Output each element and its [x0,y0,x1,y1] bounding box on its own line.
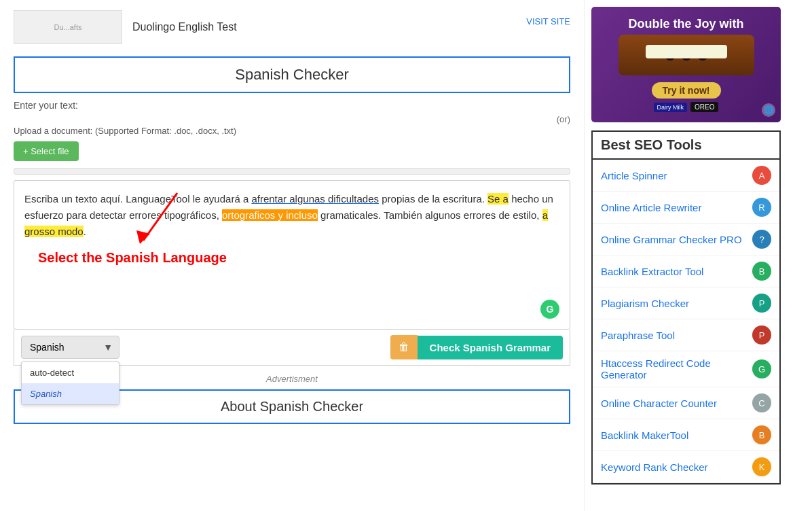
editor-highlight-1: afrentar algunas dificultades [251,193,379,205]
seo-tool-label-9: Keyword Rank Checker [601,461,708,473]
seo-tool-icon-2: ? [752,230,771,249]
best-seo-title: Best SEO Tools [593,132,779,160]
seo-tool-label-4: Plagiarism Checker [601,298,689,309]
seo-tool-item-0[interactable]: Article SpinnerA [593,160,779,192]
select-language-annotation: Select the Spanish Language [38,250,559,266]
seo-tool-item-1[interactable]: Online Article RewriterR [593,192,779,224]
grammar-check-icon: G [540,300,559,319]
scroll-bar[interactable] [14,168,570,175]
editor-text-p2: propias de la escritura. [379,193,487,205]
brand-logos: Dairy Milk OREO [602,102,771,112]
dropdown-option-spanish[interactable]: Spanish [22,383,119,404]
seo-tool-label-2: Online Grammar Checker PRO [601,234,742,245]
seo-tool-icon-7: C [752,393,771,412]
seo-tool-icon-4: P [752,294,771,313]
seo-tool-label-6: Htaccess Redirect Code Generator [601,357,752,381]
top-card-title: Duolingo English Test [132,21,526,33]
seo-tool-item-7[interactable]: Online Character CounterC [593,387,779,419]
seo-tool-icon-8: B [752,425,771,444]
globe-icon: 🌐 [762,103,775,117]
language-dropdown[interactable]: auto-detect Spanish [21,336,119,359]
seo-tool-label-1: Online Article Rewriter [601,202,701,213]
check-grammar-button[interactable]: Check Spanish Grammar [418,336,563,359]
editor-highlight-3: ortograficos y incluso [222,209,318,221]
seo-tool-icon-6: G [752,359,771,378]
seo-tool-label-7: Online Character Counter [601,398,717,409]
seo-tool-item-6[interactable]: Htaccess Redirect Code GeneratorG [593,351,779,387]
seo-tool-icon-5: P [752,325,771,345]
dropdown-option-auto[interactable]: auto-detect [22,362,119,383]
controls-bar: auto-detect Spanish ▼ auto-detect Spanis… [14,330,570,366]
seo-tool-icon-9: K [752,457,771,476]
checker-title-box: Spanish Checker [14,56,570,93]
duolingo-card-image: Du...afts [14,10,122,44]
seo-tool-label-8: Backlink MakerTool [601,429,688,441]
chocolate-bar [619,35,754,75]
seo-tool-item-3[interactable]: Backlink Extractor ToolB [593,256,779,287]
upload-label: Upload a document: (Supported Format: .d… [14,126,570,136]
ad-banner: Double the Joy with Try it now! Dairy Mi… [591,7,781,122]
dairy-milk-logo: Dairy Milk [654,103,688,112]
seo-tool-item-4[interactable]: Plagiarism CheckerP [593,287,779,319]
visit-site-link[interactable]: VISIT SITE [526,16,570,27]
editor-highlight-2: Se a [487,193,509,205]
try-now-button[interactable]: Try it now! [652,82,721,99]
seo-tool-list: Article SpinnerAOnline Article RewriterR… [593,160,779,483]
seo-tool-item-2[interactable]: Online Grammar Checker PRO? [593,224,779,256]
editor-text-p5: . [84,226,86,237]
text-editor[interactable]: Escriba un texto aquí. LanguageTool le a… [14,180,570,330]
checker-title: Spanish Checker [23,66,561,84]
select-file-button[interactable]: + Select file [14,141,79,161]
ad-title: Double the Joy with [602,17,771,31]
seo-tool-label-3: Backlink Extractor Tool [601,266,703,277]
editor-text-content: Escriba un texto aquí. LanguageTool le a… [24,191,559,240]
seo-tool-icon-0: A [752,166,771,185]
oreo-logo: OREO [690,102,718,112]
seo-tool-icon-1: R [752,198,771,217]
best-seo-tools-box: Best SEO Tools Article SpinnerAOnline Ar… [591,130,781,484]
seo-tool-label-5: Paraphrase Tool [601,330,675,341]
seo-tool-item-8[interactable]: Backlink MakerToolB [593,419,779,451]
seo-tool-item-5[interactable]: Paraphrase ToolP [593,319,779,351]
enter-text-label: Enter your text: [14,100,570,111]
sidebar: Double the Joy with Try it now! Dairy Mi… [584,0,788,511]
editor-text-p4: gramaticales. También algunos errores de… [318,209,542,221]
seo-tool-label-0: Article Spinner [601,170,667,181]
seo-tool-icon-3: B [752,262,771,281]
editor-text-p1: Escriba un texto aquí. LanguageTool le a… [24,193,251,205]
language-dropdown-list[interactable]: auto-detect Spanish [21,362,119,405]
or-text: (or) [14,114,570,124]
delete-button[interactable]: 🗑 [390,335,418,359]
seo-tool-item-9[interactable]: Keyword Rank CheckerK [593,451,779,483]
language-select-wrapper[interactable]: auto-detect Spanish ▼ auto-detect Spanis… [21,336,119,359]
